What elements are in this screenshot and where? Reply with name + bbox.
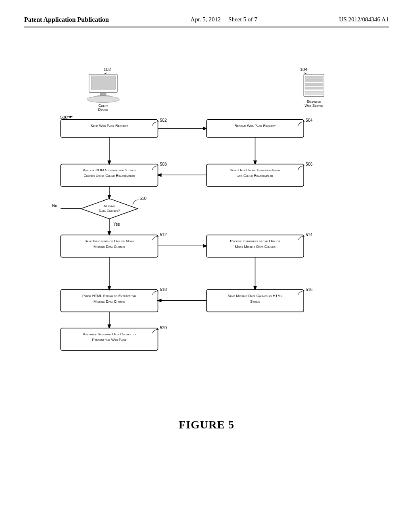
text-516a: Send Missing Data Chunks as HTML [227,294,283,298]
no-label: No [52,204,57,208]
svg-rect-10 [305,91,323,95]
text-508a: Analyze DOM Storage for Stored [83,168,136,172]
text-510a: Missing [104,204,115,208]
patent-number: US 2012/084346 A1 [339,16,389,23]
ref-520: 520 [160,326,167,330]
text-506a: Send Data Chunk Identifier Array [230,168,280,172]
ref-502: 502 [160,118,167,123]
text-520a: Assemble Relevant Data Chunks to [83,332,136,336]
text-516b: String [250,299,260,303]
text-506b: and Chunk Reassembler [237,174,273,178]
server-label2: Web Server [305,104,323,108]
text-514a: Receive Identifiers of the One or [230,239,281,243]
sheet-info: Sheet 5 of 7 [228,16,257,23]
svg-point-4 [87,96,119,102]
text-514b: More Missing Data Chunks [235,245,275,249]
server-ref-label: 104 [300,67,307,72]
text-512b: Missing Data Chunks [94,245,125,249]
text-504a: Receive Web Page Request [234,124,276,128]
flow-500-label: 500 [60,115,67,120]
yes-label: Yes [113,222,120,227]
client-device-label2: Device [98,108,108,112]
ref-512: 512 [160,233,167,237]
pub-date: Apr. 5, 2012 [190,16,221,23]
figure-caption: FIGURE 5 [24,418,389,431]
ref-506: 506 [306,162,313,166]
box-504 [206,120,304,137]
text-518b: Missing Data Chunks [94,299,125,303]
text-510b: Data Chunks? [99,209,120,213]
client-ref-label: 102 [104,67,111,72]
ref-514: 514 [306,233,313,237]
svg-rect-9 [305,87,323,89]
page-header: Patent Application Publication Apr. 5, 2… [24,16,389,27]
patent-page: Patent Application Publication Apr. 5, 2… [0,0,413,532]
client-device-label: Client [98,104,108,108]
text-502a: Send Web Page Request [91,124,128,128]
diagram-area: 102 Client Device 500 104 [24,52,389,414]
ref-510: 510 [140,196,146,201]
text-512a: Send Identifiers of One or More [85,239,134,243]
server-label1: Enhanced [307,100,321,104]
svg-rect-8 [305,83,323,85]
svg-rect-6 [305,76,323,78]
ref-504: 504 [306,118,313,123]
text-508b: Chunks Using Chunk Reassembler [83,174,135,178]
ref-516: 516 [306,287,313,292]
svg-rect-7 [305,79,323,82]
flowchart-svg: 102 Client Device 500 104 [24,52,389,414]
ref-518: 518 [160,287,167,292]
svg-rect-1 [91,76,115,89]
box-502 [60,120,158,137]
svg-rect-2 [100,92,106,96]
ref-508: 508 [160,162,167,166]
text-520b: Present the Web Page [92,338,126,342]
publication-label: Patent Application Publication [24,16,109,23]
text-518a: Parse HTML String to Extract the [82,294,136,298]
date-sheet: Apr. 5, 2012 Sheet 5 of 7 [190,16,257,23]
